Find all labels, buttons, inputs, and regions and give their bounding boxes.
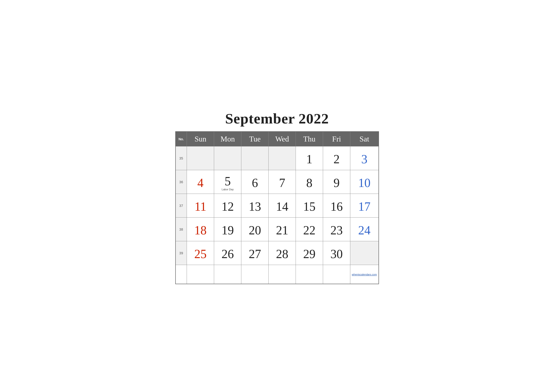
day-cell: 24 — [350, 217, 379, 241]
day-cell: 9 — [323, 170, 350, 194]
day-number: 14 — [270, 201, 294, 213]
day-number: 26 — [216, 248, 239, 260]
footer-empty-cell — [241, 265, 269, 284]
day-number: 25 — [189, 248, 212, 260]
header-thu: Thu — [296, 132, 323, 147]
day-cell: 30 — [323, 241, 350, 265]
header-fri: Fri — [323, 132, 350, 147]
day-number: 17 — [352, 201, 377, 213]
day-number: 21 — [270, 224, 294, 237]
calendar-container: September 2022 No. Sun Mon Tue Wed Thu F… — [171, 103, 384, 289]
calendar-table: No. Sun Mon Tue Wed Thu Fri Sat 35123364… — [175, 131, 379, 284]
day-cell: 3 — [350, 147, 379, 170]
header-tue: Tue — [241, 132, 269, 147]
day-number: 1 — [298, 153, 321, 165]
day-cell: 4 — [187, 170, 214, 194]
day-cell — [269, 147, 296, 170]
day-cell — [187, 147, 214, 170]
week-row-5: 39252627282930 — [175, 241, 379, 265]
week-num-39: 39 — [175, 241, 187, 265]
day-cell: 11 — [187, 194, 214, 217]
day-cell: 10 — [350, 170, 379, 194]
footer-empty-cell — [214, 265, 241, 284]
day-cell: 14 — [269, 194, 296, 217]
day-number: 6 — [243, 177, 266, 189]
footer-link-cell: wheniscalendars.com — [350, 265, 379, 284]
header-sun: Sun — [187, 132, 214, 147]
day-cell: 23 — [323, 217, 350, 241]
day-number: 19 — [216, 224, 239, 237]
day-number: 9 — [325, 177, 348, 189]
week-row-1: 35123 — [175, 147, 379, 170]
day-number: 7 — [270, 177, 294, 189]
day-number: 8 — [298, 177, 321, 189]
day-number: 28 — [270, 248, 294, 260]
day-number: 15 — [298, 201, 321, 213]
footer-empty-cell — [187, 265, 214, 284]
day-cell: 12 — [214, 194, 241, 217]
header-wed: Wed — [269, 132, 296, 147]
day-cell: 29 — [296, 241, 323, 265]
website-link[interactable]: wheniscalendars.com — [352, 273, 377, 276]
footer-empty-cell — [296, 265, 323, 284]
footer-week-num — [175, 265, 187, 284]
week-row-3: 3711121314151617 — [175, 194, 379, 217]
day-number: 22 — [298, 224, 321, 237]
holiday-label: Labor Day — [216, 188, 239, 191]
day-number: 29 — [298, 248, 321, 260]
day-number: 23 — [325, 224, 348, 237]
week-row-4: 3818192021222324 — [175, 217, 379, 241]
day-cell: 18 — [187, 217, 214, 241]
day-number: 4 — [189, 177, 212, 189]
day-number: 2 — [325, 153, 348, 165]
day-number: 20 — [243, 224, 266, 237]
day-cell: 13 — [241, 194, 269, 217]
day-cell: 28 — [269, 241, 296, 265]
day-cell: 26 — [214, 241, 241, 265]
footer-empty-cell — [323, 265, 350, 284]
week-num-37: 37 — [175, 194, 187, 217]
header-sat: Sat — [350, 132, 379, 147]
week-num-36: 36 — [175, 170, 187, 194]
day-cell: 16 — [323, 194, 350, 217]
day-cell: 25 — [187, 241, 214, 265]
header-no: No. — [175, 132, 187, 147]
day-number: 27 — [243, 248, 266, 260]
day-cell: 19 — [214, 217, 241, 241]
day-cell: 1 — [296, 147, 323, 170]
header-mon: Mon — [214, 132, 241, 147]
day-cell: 17 — [350, 194, 379, 217]
day-cell: 7 — [269, 170, 296, 194]
day-number: 16 — [325, 201, 348, 213]
day-cell — [241, 147, 269, 170]
week-row-2: 3645Labor Day678910 — [175, 170, 379, 194]
footer-empty-cell — [269, 265, 296, 284]
day-cell: 5Labor Day — [214, 170, 241, 194]
day-number: 3 — [352, 153, 377, 165]
day-number: 13 — [243, 201, 266, 213]
day-number: 12 — [216, 201, 239, 213]
day-number: 24 — [352, 224, 377, 237]
day-cell — [214, 147, 241, 170]
day-cell: 22 — [296, 217, 323, 241]
day-number: 11 — [189, 201, 212, 213]
footer-row: wheniscalendars.com — [175, 265, 379, 284]
header-row: No. Sun Mon Tue Wed Thu Fri Sat — [175, 132, 379, 147]
day-cell: 8 — [296, 170, 323, 194]
day-number: 30 — [325, 248, 348, 260]
day-cell: 20 — [241, 217, 269, 241]
day-cell: 2 — [323, 147, 350, 170]
calendar-title: September 2022 — [175, 110, 379, 127]
day-cell: 27 — [241, 241, 269, 265]
day-cell: 21 — [269, 217, 296, 241]
day-cell: 6 — [241, 170, 269, 194]
week-num-35: 35 — [175, 147, 187, 170]
day-number: 10 — [352, 177, 377, 189]
day-number: 5 — [216, 175, 239, 188]
day-number: 18 — [189, 224, 212, 237]
week-num-38: 38 — [175, 217, 187, 241]
day-cell — [350, 241, 379, 265]
day-cell: 15 — [296, 194, 323, 217]
